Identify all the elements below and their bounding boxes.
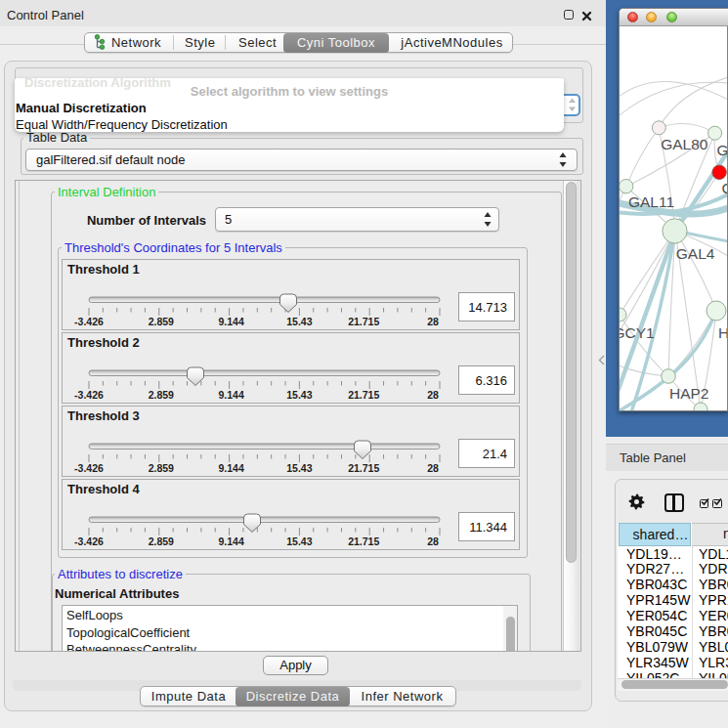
svg-text:9.144: 9.144: [218, 389, 243, 401]
svg-text:-3.426: -3.426: [74, 462, 104, 474]
svg-text:-3.426: -3.426: [74, 535, 104, 547]
svg-text:28: 28: [427, 389, 439, 401]
svg-text:28: 28: [427, 535, 439, 547]
svg-text:15.43: 15.43: [286, 389, 312, 401]
svg-text:GAL11: GAL11: [628, 193, 674, 210]
svg-text:2.859: 2.859: [149, 389, 174, 401]
svg-text:-3.426: -3.426: [74, 316, 104, 327]
svg-text:2.859: 2.859: [149, 316, 174, 327]
svg-text:C: C: [722, 180, 728, 196]
svg-text:2.859: 2.859: [149, 462, 174, 474]
svg-text:15.43: 15.43: [286, 535, 312, 547]
svg-text:21.715: 21.715: [348, 389, 379, 401]
svg-text:28: 28: [427, 462, 439, 474]
svg-text:15.43: 15.43: [286, 462, 312, 474]
svg-text:2.859: 2.859: [149, 535, 174, 547]
svg-text:28: 28: [427, 316, 439, 327]
svg-text:15.43: 15.43: [286, 316, 312, 327]
svg-text:GAL80: GAL80: [661, 136, 708, 152]
svg-text:-3.426: -3.426: [74, 389, 104, 401]
svg-text:GA: GA: [716, 142, 727, 158]
svg-text:21.715: 21.715: [348, 462, 379, 474]
svg-text:H: H: [718, 324, 727, 341]
svg-text:21.715: 21.715: [348, 535, 379, 547]
svg-text:21.715: 21.715: [348, 316, 379, 327]
svg-text:GCY1: GCY1: [620, 324, 655, 341]
svg-text:GAL4: GAL4: [676, 245, 715, 262]
svg-text:9.144: 9.144: [218, 316, 243, 327]
svg-text:9.144: 9.144: [218, 462, 243, 474]
svg-text:HAP2: HAP2: [669, 385, 709, 402]
svg-text:9.144: 9.144: [218, 535, 243, 547]
